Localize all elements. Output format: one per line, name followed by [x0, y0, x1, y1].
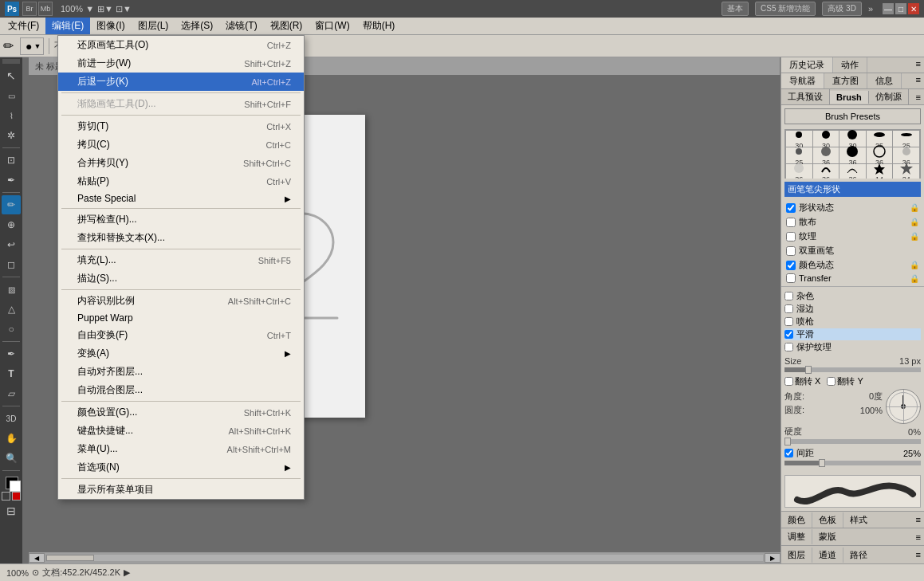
spacing-slider-track[interactable] [784, 461, 921, 465]
tool-dodge[interactable]: ○ [2, 320, 21, 339]
dd-free-transform[interactable]: 自由变换(F) Ctrl+T [58, 326, 304, 344]
menu-file[interactable]: 文件(F) [2, 18, 45, 34]
styles-tab[interactable]: 样式 [843, 512, 874, 528]
transfer-check[interactable] [786, 273, 796, 283]
dd-auto-align[interactable]: 自动对齐图层... [58, 363, 304, 381]
dd-paste[interactable]: 粘贴(P) Ctrl+V [58, 172, 304, 190]
noise-check[interactable] [784, 292, 793, 300]
dd-menus[interactable]: 菜单(U)... Alt+Shift+Ctrl+M [58, 440, 304, 458]
tool-eyedropper[interactable]: ✒ [2, 171, 21, 190]
quick-mask[interactable] [12, 492, 21, 501]
tool-move[interactable]: ↖ [2, 66, 21, 85]
hardness-slider-thumb[interactable] [784, 438, 791, 446]
menu-help[interactable]: 帮助(H) [356, 18, 402, 34]
brush-tab[interactable]: Brush [830, 91, 869, 104]
edit-dropdown-menu[interactable]: 还原画笔工具(O) Ctrl+Z 前进一步(W) Shift+Ctrl+Z 后退… [57, 35, 305, 500]
menu-image[interactable]: 图像(I) [90, 18, 131, 34]
tool-blur[interactable]: △ [2, 300, 21, 319]
protect-texture-check[interactable] [784, 343, 793, 351]
scroll-left-btn[interactable]: ◀ [29, 553, 45, 563]
dd-paste-special[interactable]: Paste Special ▶ [58, 190, 304, 206]
brush-option-scatter[interactable]: 散布 🔒 [784, 215, 921, 229]
masks-tab[interactable]: 蒙版 [812, 529, 843, 544]
dd-cut[interactable]: 剪切(T) Ctrl+X [58, 117, 304, 135]
actions-tab[interactable]: 动作 [833, 57, 867, 73]
tool-text[interactable]: T [2, 364, 21, 383]
basic-btn[interactable]: 基本 [722, 2, 749, 16]
dd-copy[interactable]: 拷贝(C) Ctrl+C [58, 135, 304, 154]
history-tab[interactable]: 历史记录 [781, 57, 833, 73]
nav-panel-options[interactable]: ≡ [913, 73, 924, 88]
dd-auto-blend[interactable]: 自动混合图层... [58, 381, 304, 399]
swatches-tab[interactable]: 色板 [812, 512, 843, 528]
histogram-tab[interactable]: 直方图 [824, 73, 867, 88]
dd-fill[interactable]: 填充(L)... Shift+F5 [58, 251, 304, 269]
spacing-check[interactable] [784, 449, 793, 457]
3d-btn[interactable]: 高级 3D [822, 2, 862, 16]
scatter-check[interactable] [786, 218, 796, 227]
tool-brush[interactable]: ✏ [2, 195, 21, 214]
dd-copy-merged[interactable]: 合并拷贝(Y) Shift+Ctrl+C [58, 154, 304, 172]
airbrush-check[interactable] [784, 317, 793, 326]
dd-stroke[interactable]: 描边(S)... [58, 269, 304, 288]
dd-spellcheck[interactable]: 拼写检查(H)... [58, 210, 304, 229]
scroll-thumb-h[interactable] [46, 555, 94, 561]
tool-zoom[interactable]: 🔍 [2, 449, 21, 468]
menu-view[interactable]: 视图(R) [264, 18, 309, 34]
mb-icon[interactable]: Mb [38, 2, 53, 16]
brush-cell-11[interactable]: 36 [786, 164, 812, 179]
size-slider-thumb[interactable] [805, 366, 812, 374]
menu-edit[interactable]: 编辑(E) [45, 18, 90, 34]
panel-options-btn[interactable]: ≡ [913, 57, 924, 73]
dd-preferences[interactable]: 首选项(N) ▶ [58, 458, 304, 477]
foreground-color[interactable] [6, 477, 18, 489]
navigator-tab[interactable]: 导航器 [781, 73, 824, 88]
angle-wheel[interactable] [886, 389, 921, 424]
clone-source-tab[interactable]: 仿制源 [869, 89, 909, 104]
adjustments-tab[interactable]: 调整 [781, 529, 812, 544]
channels-tab[interactable]: 通道 [812, 548, 843, 563]
color-tab[interactable]: 颜色 [781, 512, 812, 528]
status-zoom-indicator[interactable]: ⊙ [32, 567, 39, 578]
color-panel-options[interactable]: ≡ [913, 513, 924, 526]
brush-selector[interactable]: ●▼ [20, 37, 44, 55]
brush-presets-button[interactable]: Brush Presets [784, 108, 921, 124]
menu-layer[interactable]: 图层(L) [132, 18, 175, 34]
dd-keyboard[interactable]: 键盘快捷键... Alt+Shift+Ctrl+K [58, 422, 304, 440]
dd-undo[interactable]: 还原画笔工具(O) Ctrl+Z [58, 36, 304, 54]
wet-edges-check[interactable] [784, 304, 793, 313]
size-slider-track[interactable] [784, 367, 921, 372]
background-color[interactable] [10, 481, 21, 492]
tool-shape[interactable]: ▱ [2, 384, 21, 403]
spacing-slider-thumb[interactable] [819, 459, 825, 467]
tool-eraser[interactable]: ◻ [2, 255, 21, 274]
br-icon[interactable]: Br [22, 2, 37, 16]
tool-history-brush[interactable]: ↩ [2, 235, 21, 254]
flip-x-check[interactable] [784, 377, 793, 386]
brush-option-color-dynamics[interactable]: 颜色动态 🔒 [784, 258, 921, 272]
scroll-track-h[interactable] [46, 555, 763, 561]
minimize-btn[interactable]: — [883, 3, 894, 14]
brush-cell-13[interactable]: 36 [839, 164, 866, 179]
info-tab[interactable]: 信息 [867, 73, 902, 88]
layers-tab[interactable]: 图层 [781, 548, 812, 563]
tool-stamp[interactable]: ⊕ [2, 215, 21, 234]
brush-cell-14[interactable]: 14 [867, 164, 893, 179]
normal-mode[interactable] [2, 492, 10, 501]
scroll-right-btn[interactable]: ▶ [765, 553, 780, 563]
layers-panel-options[interactable]: ≡ [913, 548, 924, 561]
tool-hand[interactable]: ✋ [2, 429, 21, 448]
brush-cell-12[interactable]: 36 [813, 164, 839, 179]
tool-lasso[interactable]: ⌇ [2, 106, 21, 125]
screen-mode[interactable]: ⊟ [6, 504, 16, 517]
dd-step-back[interactable]: 后退一步(K) Alt+Ctrl+Z [58, 73, 304, 91]
status-arrow[interactable]: ▶ [124, 567, 130, 578]
brush-option-texture[interactable]: 纹理 🔒 [784, 230, 921, 243]
cs5-btn[interactable]: CS5 新增功能 [755, 2, 816, 16]
dual-brush-check[interactable] [786, 246, 796, 256]
close-btn[interactable]: ✕ [908, 3, 919, 14]
bottom-scrollbar[interactable]: ◀ ▶ [29, 552, 780, 563]
dd-show-all[interactable]: 显示所有菜单项目 [58, 481, 304, 499]
dd-color-settings[interactable]: 颜色设置(G)... Shift+Ctrl+K [58, 403, 304, 422]
shape-dynamics-check[interactable] [786, 203, 796, 213]
